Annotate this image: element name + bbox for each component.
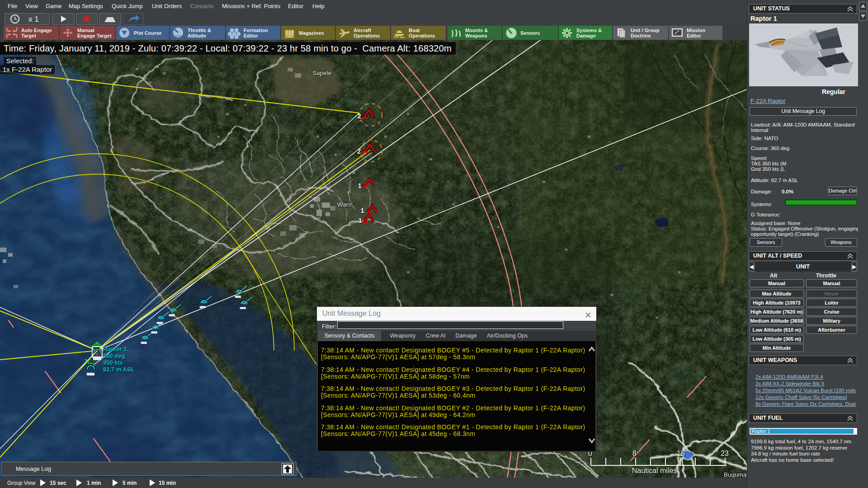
svg-text:15: 15 [677,450,685,457]
svg-text:360 deg: 360 deg [103,352,125,359]
svg-text:23: 23 [721,450,729,457]
svg-text:2: 2 [357,148,361,155]
svg-text:8: 8 [632,450,637,457]
svg-text:Buguma: Buguma [724,471,747,478]
svg-text:Nautical miles: Nautical miles [632,467,677,474]
svg-text:1: 1 [361,207,364,214]
svg-text:1: 1 [359,217,362,224]
svg-text:82.7 m ASL: 82.7 m ASL [103,366,135,373]
svg-text:Warri: Warri [337,201,352,208]
svg-text:x 1: x 1 [28,15,39,23]
svg-text:350 kts: 350 kts [103,359,123,366]
svg-text:Raptor 1: Raptor 1 [103,346,127,352]
svg-text:2: 2 [358,113,361,120]
svg-text:1: 1 [358,182,362,189]
svg-text:Sapele: Sapele [312,70,331,76]
